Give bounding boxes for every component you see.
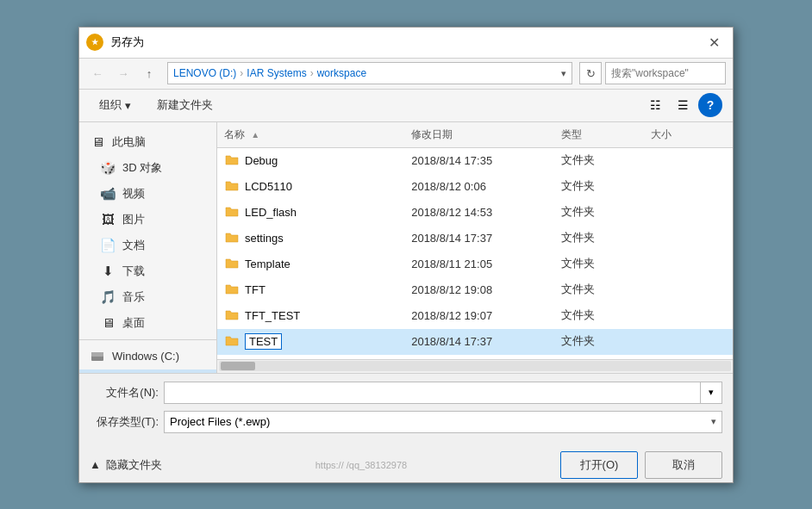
sidebar-label: 此电脑: [112, 134, 146, 150]
cancel-button[interactable]: 取消: [645, 451, 722, 479]
filetype-dropdown[interactable]: Project Files (*.ewp) ▾: [164, 411, 722, 433]
file-type-cell: 文件夹: [561, 152, 651, 168]
folder-icon: [224, 230, 240, 245]
scrollbar-area: [217, 359, 733, 373]
sidebar-item-pictures[interactable]: 🖼 图片: [79, 207, 216, 233]
toolbar-right: ☷ ☰ ?: [643, 93, 722, 117]
file-type-cell: 文件夹: [561, 282, 651, 297]
horizontal-scrollbar[interactable]: [219, 361, 731, 371]
sidebar-label: 图片: [122, 212, 145, 227]
file-date-cell: 2018/8/14 17:37: [411, 335, 561, 348]
cancel-label: 取消: [672, 457, 695, 473]
sidebar-item-music[interactable]: 🎵 音乐: [79, 284, 216, 310]
view-toggle-button[interactable]: ☰: [671, 93, 695, 117]
music-icon: 🎵: [100, 289, 116, 305]
svg-rect-3: [91, 352, 103, 357]
folder-icon: [224, 282, 240, 297]
organize-label: 组织: [99, 97, 122, 113]
dialog-title: 另存为: [110, 34, 702, 50]
breadcrumb-item-workspace[interactable]: workspace: [317, 67, 366, 79]
organize-arrow: ▾: [125, 99, 131, 112]
file-name-text: Template: [245, 258, 290, 270]
desktop-icon: 🖥: [100, 315, 116, 331]
filename-dropdown-arrow[interactable]: ▾: [700, 382, 722, 404]
file-name-cell: TFT: [224, 282, 411, 297]
breadcrumb-dropdown[interactable]: ▾: [561, 68, 566, 79]
watermark: https:// /qq_38132978: [315, 460, 407, 470]
file-type-cell: 文件夹: [561, 333, 651, 349]
table-row[interactable]: TFT 2018/8/12 19:08 文件夹: [217, 277, 733, 303]
svg-text:★: ★: [91, 38, 99, 47]
close-button[interactable]: ✕: [702, 30, 726, 54]
col-name-header[interactable]: 名称 ▲: [224, 127, 411, 142]
table-row[interactable]: LCD5110 2018/8/12 0:06 文件夹: [217, 174, 733, 200]
table-row[interactable]: Debug 2018/8/14 17:35 文件夹: [217, 148, 733, 174]
file-type-cell: 文件夹: [561, 178, 651, 194]
folder-icon: [224, 333, 240, 349]
sidebar-label: 视频: [122, 186, 145, 202]
col-date-header[interactable]: 修改日期: [411, 127, 561, 142]
table-row[interactable]: settings 2018/8/14 17:37 文件夹: [217, 226, 733, 251]
sidebar-item-windows-c[interactable]: Windows (C:): [79, 344, 216, 369]
scrollbar-thumb: [221, 362, 255, 370]
sidebar-item-downloads[interactable]: ⬇ 下载: [79, 258, 216, 284]
hide-folders-icon: ▲: [90, 458, 101, 471]
sidebar-item-documents[interactable]: 📄 文档: [79, 233, 216, 258]
file-date-cell: 2018/8/14 17:35: [411, 154, 561, 167]
refresh-button[interactable]: ↻: [579, 62, 602, 84]
sidebar-item-this-pc[interactable]: 🖥 此电脑: [79, 129, 216, 155]
filename-row: 文件名(N): ▾: [90, 381, 722, 405]
sidebar-label: 桌面: [122, 315, 145, 331]
new-folder-label: 新建文件夹: [157, 97, 213, 113]
file-list: Debug 2018/8/14 17:35 文件夹 LCD5110 2018/8…: [217, 148, 733, 359]
new-folder-button[interactable]: 新建文件夹: [147, 93, 222, 117]
filename-input[interactable]: [164, 382, 701, 404]
file-name-cell: Template: [224, 256, 411, 271]
open-button[interactable]: 打开(O): [560, 451, 638, 479]
breadcrumb-item-lenovo[interactable]: LENOVO (D:): [173, 67, 236, 79]
hide-folders-toggle[interactable]: ▲ 隐藏文件夹: [90, 457, 162, 473]
filetype-label: 保存类型(T):: [90, 414, 159, 430]
sidebar-item-video[interactable]: 📹 视频: [79, 181, 216, 207]
toolbar: 组织 ▾ 新建文件夹 ☷ ☰ ?: [79, 90, 733, 122]
col-type-header[interactable]: 类型: [561, 127, 651, 142]
sidebar-item-desktop[interactable]: 🖥 桌面: [79, 310, 216, 336]
breadcrumb-item-iar[interactable]: IAR Systems: [247, 67, 306, 79]
file-name-text: TEST: [245, 333, 282, 350]
filetype-row: 保存类型(T): Project Files (*.ewp) ▾: [90, 410, 722, 434]
table-row[interactable]: LED_flash 2018/8/12 14:53 文件夹: [217, 200, 733, 226]
folder-icon: [224, 178, 240, 194]
organize-button[interactable]: 组织 ▾: [90, 93, 141, 117]
view-button[interactable]: ☷: [643, 93, 667, 117]
file-type-cell: 文件夹: [561, 230, 651, 245]
back-button[interactable]: ←: [86, 62, 109, 84]
file-name-cell: TFT_TEST: [224, 307, 411, 323]
hide-folders-label: 隐藏文件夹: [106, 457, 162, 473]
title-bar: ★ 另存为 ✕: [79, 28, 733, 59]
sidebar: 🖥 此电脑 🎲 3D 对象 📹 视频 🖼 图片 📄 文档 ⬇ 下载: [79, 122, 217, 373]
sidebar-label: 音乐: [122, 289, 145, 305]
table-row[interactable]: Template 2018/8/11 21:05 文件夹: [217, 251, 733, 277]
sidebar-label: 文档: [122, 238, 145, 253]
file-date-cell: 2018/8/11 21:05: [411, 258, 561, 270]
search-input[interactable]: [611, 67, 720, 79]
file-date-cell: 2018/8/12 0:06: [411, 180, 561, 193]
help-button[interactable]: ?: [698, 93, 722, 117]
file-name-text: Debug: [245, 154, 278, 167]
table-row[interactable]: TFT_TEST 2018/8/12 19:07 文件夹: [217, 303, 733, 329]
up-button[interactable]: ↑: [138, 62, 160, 84]
file-name-cell: settings: [224, 230, 411, 245]
sidebar-label: 下载: [122, 264, 145, 279]
table-row[interactable]: TEST 2018/8/14 17:37 文件夹: [217, 329, 733, 355]
forward-button[interactable]: →: [112, 62, 134, 84]
file-name-text: LED_flash: [245, 206, 297, 219]
downloads-icon: ⬇: [100, 264, 116, 279]
col-size-header[interactable]: 大小: [651, 127, 726, 142]
sort-arrow: ▲: [251, 130, 259, 140]
sidebar-item-3d[interactable]: 🎲 3D 对象: [79, 155, 216, 181]
pictures-icon: 🖼: [100, 212, 116, 227]
breadcrumb: LENOVO (D:) › IAR Systems › workspace ▾: [167, 62, 572, 84]
file-date-cell: 2018/8/12 19:08: [411, 283, 561, 296]
save-as-dialog: ★ 另存为 ✕ ← → ↑ LENOVO (D:) › IAR Systems …: [78, 27, 734, 483]
bottom-area: 文件名(N): ▾ 保存类型(T): Project Files (*.ewp)…: [79, 373, 733, 446]
